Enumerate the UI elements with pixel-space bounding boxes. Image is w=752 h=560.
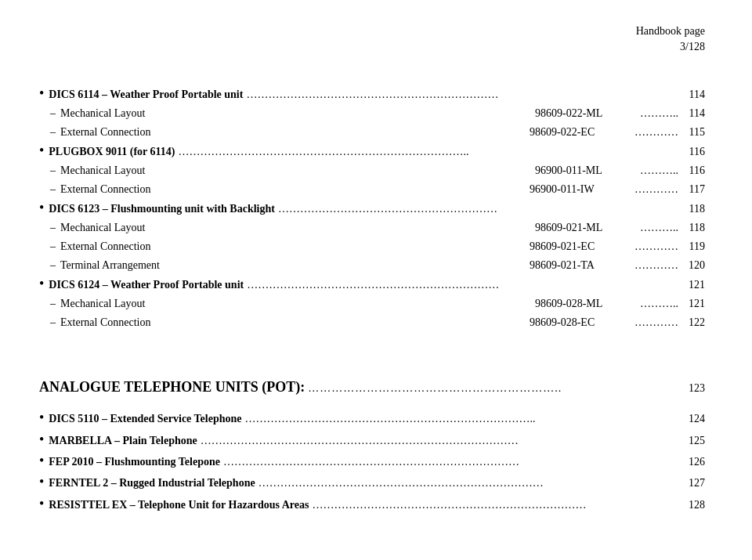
bullet-icon: • — [39, 474, 44, 491]
entry-page: 116 — [682, 162, 705, 179]
sub-section-label: FEP 2010 – Flushmounting Telepone — [49, 453, 220, 471]
entry-page: 122 — [682, 314, 705, 331]
bullet-icon: • — [39, 276, 44, 293]
entry-dots: …………………………………………………………………….. — [178, 143, 678, 160]
entry-page: 116 — [682, 143, 705, 160]
entry-page: 114 — [682, 105, 705, 121]
entry-label: DICS 6123 – Flushmounting unit with Back… — [49, 201, 275, 217]
sub-entry-label: External Connection — [60, 124, 150, 140]
toc-row: –External Connection98609-028-EC…………122 — [39, 314, 705, 331]
toc-row: –Mechanical Layout98609-022-ML………..114 — [39, 105, 705, 121]
entry-trailing-dots: ………… — [634, 181, 678, 197]
sub-section-page: 125 — [682, 432, 705, 450]
toc-row: –Mechanical Layout98609-028-ML………..121 — [39, 295, 705, 312]
bullet-icon: • — [39, 453, 44, 470]
sub-entry-label: Mechanical Layout — [60, 105, 145, 121]
sub-section-page: 127 — [682, 475, 705, 492]
toc-row: –Mechanical Layout98609-021-ML………..118 — [39, 219, 705, 236]
entry-dots: …………………………………………………… — [278, 201, 678, 217]
entry-trailing-dots: ……….. — [640, 295, 678, 312]
entry-page: 115 — [682, 124, 705, 140]
toc-row: •DICS 6123 – Flushmounting unit with Bac… — [39, 200, 705, 217]
dash-icon: – — [50, 105, 56, 121]
bullet-icon: • — [39, 143, 44, 160]
toc-list: •DICS 6114 – Weather Proof Portable unit… — [39, 85, 705, 331]
bullet-icon: • — [39, 410, 44, 427]
entry-code: 98609-022-ML — [535, 105, 637, 121]
entry-page: 117 — [682, 181, 705, 197]
sub-toc-row: •FERNTEL 2 – Rugged Industrial Telephone… — [39, 474, 705, 492]
entry-trailing-dots: ……….. — [640, 105, 678, 121]
dash-icon: – — [50, 162, 56, 179]
page-header: Handbook page 3/128 — [39, 23, 705, 54]
entry-page: 118 — [682, 201, 705, 217]
sub-toc-row: •RESISTTEL EX – Telephone Unit for Hazar… — [39, 496, 705, 514]
entry-trailing-dots: ………… — [634, 124, 678, 140]
sub-section-page: 124 — [682, 410, 705, 428]
entry-page: 121 — [682, 295, 705, 312]
entry-page: 114 — [682, 86, 705, 103]
sub-section-dots: …………………………………………………………………….. — [245, 410, 678, 428]
entry-code: 96900-011-ML — [535, 162, 637, 179]
entry-code: 98609-028-ML — [535, 295, 637, 312]
toc-row: –External Connection98609-022-EC…………115 — [39, 124, 705, 140]
sub-section-page: 128 — [682, 497, 705, 514]
bullet-icon: • — [39, 496, 44, 513]
entry-trailing-dots: ……….. — [640, 219, 678, 236]
section-heading: ANALOGUE TELEPHONE UNITS (POT): — [39, 379, 305, 396]
sub-section-label: MARBELLA – Plain Telephone — [49, 432, 197, 450]
sub-section-dots: ……………………………………………………………………… — [223, 453, 678, 471]
sub-entry-label: External Connection — [60, 238, 150, 255]
sub-section-label: DICS 5110 – Extended Service Telephone — [49, 410, 241, 428]
entry-code: 96900-011-IW — [530, 181, 631, 197]
dash-icon: – — [50, 181, 56, 197]
sub-section-label: FERNTEL 2 – Rugged Industrial Telephone — [49, 475, 255, 492]
header-line1: Handbook page — [39, 23, 705, 39]
toc-row: –External Connection96900-011-IW…………117 — [39, 181, 705, 197]
toc-row: •DICS 6114 – Weather Proof Portable unit… — [39, 85, 705, 103]
toc-row: –Terminal Arrangement98609-021-TA…………120 — [39, 257, 705, 273]
section-dots: ……………………………………………………….. — [308, 382, 678, 395]
dash-icon: – — [50, 295, 56, 312]
entry-trailing-dots: ……….. — [640, 162, 678, 179]
dash-icon: – — [50, 124, 56, 140]
sub-section-dots: …………………………………………………………………… — [258, 475, 678, 492]
entry-code: 98609-022-EC — [530, 124, 631, 140]
sub-section-dots: ………………………………………………………………… — [312, 497, 678, 514]
sub-entry-label: External Connection — [60, 181, 150, 197]
entry-trailing-dots: ………… — [634, 314, 678, 331]
dash-icon: – — [50, 314, 56, 331]
entry-dots: …………………………………………………………… — [247, 276, 678, 293]
analogue-section: ANALOGUE TELEPHONE UNITS (POT): ……………………… — [39, 356, 705, 514]
sub-entry-label: Mechanical Layout — [60, 295, 145, 312]
entry-label: PLUGBOX 9011 (for 6114) — [49, 143, 175, 160]
entry-trailing-dots: ………… — [634, 238, 678, 255]
sub-toc-row: •DICS 5110 – Extended Service Telephone…… — [39, 410, 705, 428]
sub-section-dots: …………………………………………………………………………… — [201, 432, 678, 450]
toc-row: –Mechanical Layout96900-011-ML………..116 — [39, 162, 705, 179]
sub-toc-row: •FEP 2010 – Flushmounting Telepone………………… — [39, 453, 705, 471]
entry-page: 118 — [682, 219, 705, 236]
dash-icon: – — [50, 257, 56, 273]
sub-entries: •DICS 5110 – Extended Service Telephone…… — [39, 410, 705, 514]
bullet-icon: • — [39, 432, 44, 449]
entry-page: 119 — [682, 238, 705, 255]
entry-code: 98609-021-TA — [530, 257, 631, 273]
sub-entry-label: Terminal Arrangement — [60, 257, 160, 273]
toc-row: •DICS 6124 – Weather Proof Portable unit… — [39, 276, 705, 293]
entry-code: 98609-028-EC — [530, 314, 631, 331]
bullet-icon: • — [39, 200, 44, 217]
entry-dots: …………………………………………………………… — [246, 86, 678, 103]
entry-trailing-dots: ………… — [634, 257, 678, 273]
entry-label: DICS 6114 – Weather Proof Portable unit — [49, 86, 243, 103]
entry-page: 121 — [682, 276, 705, 293]
sub-toc-row: •MARBELLA – Plain Telephone…………………………………… — [39, 432, 705, 450]
entry-page: 120 — [682, 257, 705, 273]
sub-section-label: RESISTTEL EX – Telephone Unit for Hazard… — [49, 497, 309, 514]
dash-icon: – — [50, 219, 56, 236]
sub-entry-label: External Connection — [60, 314, 150, 331]
sub-entry-label: Mechanical Layout — [60, 162, 145, 179]
entry-code: 98609-021-ML — [535, 219, 637, 236]
dash-icon: – — [50, 238, 56, 255]
entry-label: DICS 6124 – Weather Proof Portable unit — [49, 276, 244, 293]
